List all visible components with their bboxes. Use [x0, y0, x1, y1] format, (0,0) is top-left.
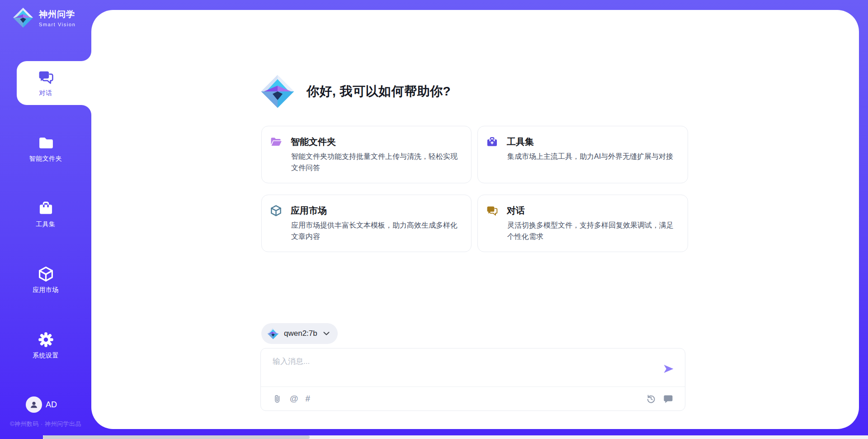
card-chat[interactable]: 对话 灵活切换多模型文件，支持多样回复效果调试，满足个性化需求	[477, 195, 688, 252]
folder-open-icon	[270, 136, 282, 148]
gear-icon	[38, 331, 54, 348]
sidebar-item-label: 工具集	[36, 220, 56, 229]
feature-cards: 智能文件夹 智能文件夹功能支持批量文件上传与清洗，轻松实现文件问答 工具集 集成…	[261, 126, 688, 252]
model-name: qwen2:7b	[284, 329, 317, 338]
sidebar-item-label: 智能文件夹	[29, 155, 62, 163]
brand-logo: 神州问学 Smart Vision	[13, 7, 75, 28]
chat-icon	[38, 69, 54, 86]
cube-icon	[38, 266, 54, 282]
card-title: 智能文件夹	[291, 136, 336, 148]
message-input[interactable]	[273, 356, 657, 383]
card-title: 应用市场	[291, 205, 327, 217]
greeting-title: 你好, 我可以如何帮助你?	[307, 83, 451, 100]
card-description: 集成市场上主流工具，助力AI与外界无缝扩展与对接	[507, 151, 678, 162]
send-icon[interactable]	[663, 364, 674, 373]
sidebar-item-toolset[interactable]: 工具集	[0, 192, 91, 236]
toolbox-icon	[38, 200, 54, 217]
copyright-footer: ©神州数码 · 神州问学出品	[0, 420, 91, 428]
mention-icon[interactable]: @	[290, 394, 298, 404]
gem-model-icon	[267, 328, 279, 339]
model-selector[interactable]: qwen2:7b	[261, 323, 338, 344]
comment-icon[interactable]	[663, 394, 673, 404]
card-title: 对话	[507, 205, 525, 217]
sidebar-item-label: 系统设置	[33, 352, 59, 360]
sidebar-item-smart-folder[interactable]: 智能文件夹	[0, 127, 91, 170]
message-composer: @ #	[260, 348, 685, 411]
hashtag-icon[interactable]: #	[306, 394, 311, 404]
sidebar-item-chat[interactable]: 对话	[0, 61, 91, 105]
card-description: 应用市场提供丰富长文本模板，助力高效生成多样化文章内容	[291, 220, 461, 242]
card-smart-folder[interactable]: 智能文件夹 智能文件夹功能支持批量文件上传与清洗，轻松实现文件问答	[261, 126, 472, 183]
greeting-header: 你好, 我可以如何帮助你?	[260, 74, 451, 109]
folder-icon	[38, 134, 54, 151]
horizontal-scrollbar-thumb[interactable]	[43, 435, 310, 439]
gem-hero-icon	[260, 74, 295, 109]
chevron-down-icon	[323, 332, 330, 335]
sidebar: 神州问学 Smart Vision 对话 智能文件夹 工具集 应用市	[0, 0, 91, 439]
composer-toolbar: @ #	[261, 387, 685, 410]
person-icon	[29, 400, 39, 410]
card-toolset[interactable]: 工具集 集成市场上主流工具，助力AI与外界无缝扩展与对接	[477, 126, 688, 183]
card-app-market[interactable]: 应用市场 应用市场提供丰富长文本模板，助力高效生成多样化文章内容	[261, 195, 472, 252]
user-account[interactable]: AD	[26, 396, 57, 413]
sidebar-item-settings[interactable]: 系统设置	[0, 324, 91, 367]
card-description: 灵活切换多模型文件，支持多样回复效果调试，满足个性化需求	[507, 220, 678, 242]
sidebar-item-app-market[interactable]: 应用市场	[0, 258, 91, 301]
attachment-icon[interactable]	[273, 394, 283, 404]
sidebar-item-label: 应用市场	[33, 286, 59, 294]
sidebar-item-label: 对话	[39, 89, 52, 97]
gem-logo-icon	[13, 7, 33, 28]
toolbox-icon	[486, 136, 498, 148]
brand-subtitle: Smart Vision	[39, 22, 75, 27]
history-icon[interactable]	[646, 394, 656, 404]
chat-icon	[486, 205, 498, 217]
avatar[interactable]	[26, 396, 42, 413]
card-title: 工具集	[507, 136, 534, 148]
user-name: AD	[46, 400, 57, 410]
cube-icon	[270, 205, 282, 217]
brand-name: 神州问学	[39, 9, 75, 20]
card-description: 智能文件夹功能支持批量文件上传与清洗，轻松实现文件问答	[291, 151, 461, 173]
